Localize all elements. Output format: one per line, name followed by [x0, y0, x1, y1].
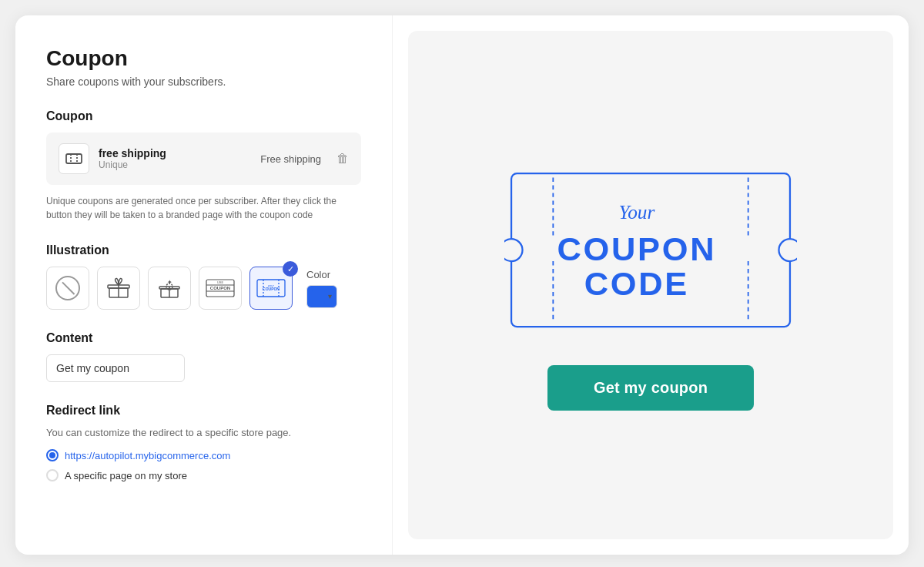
coupon-ticket-illustration: Your COUPON CODE: [504, 159, 797, 341]
radio-option-autopilot[interactable]: https://autopilot.mybigcommerce.com: [46, 449, 361, 461]
illustration-section-label: Illustration: [46, 243, 361, 257]
radio-option-specific[interactable]: A specific page on my store: [46, 469, 361, 481]
color-swatch: [312, 290, 325, 304]
redirect-section-label: Redirect link: [46, 404, 361, 418]
page-subtitle: Share coupons with your subscribers.: [46, 75, 361, 88]
coupon-info: free shipping Unique: [99, 147, 251, 170]
coupon-section-label: Coupon: [46, 109, 361, 123]
present-icon: ✦: [156, 274, 183, 302]
radio-label-autopilot: https://autopilot.mybigcommerce.com: [65, 450, 230, 461]
svg-text:✦: ✦: [167, 279, 172, 286]
svg-text:COUPON: COUPON: [210, 286, 230, 290]
illustration-option-ticket-blue[interactable]: ✓ COUPON your: [249, 267, 293, 310]
svg-text:USE: USE: [217, 280, 224, 284]
coupon-visual: Your COUPON CODE Get my coupon: [466, 159, 835, 411]
ticket-blue-icon: COUPON your: [256, 277, 286, 299]
svg-text:your: your: [267, 284, 274, 287]
svg-point-22: [504, 239, 523, 261]
radio-circle-specific: [46, 469, 59, 481]
page-title: Coupon: [46, 46, 361, 71]
svg-text:Your: Your: [618, 201, 654, 223]
redirect-subtitle: You can customize the redirect to a spec…: [46, 427, 361, 438]
right-panel: Your COUPON CODE Get my coupon: [408, 31, 893, 539]
get-coupon-button[interactable]: Get my coupon: [547, 365, 754, 411]
color-swatch-button[interactable]: ▾: [306, 285, 337, 308]
check-badge: ✓: [283, 261, 298, 277]
color-selector: Color ▾: [306, 269, 337, 308]
trash-icon[interactable]: 🗑: [336, 152, 349, 166]
page-container: Coupon Share coupons with your subscribe…: [15, 15, 909, 555]
content-section-label: Content: [46, 331, 361, 345]
content-section: Content: [46, 331, 361, 382]
illustration-option-present[interactable]: ✦: [148, 267, 191, 310]
content-input[interactable]: [46, 354, 185, 382]
coupon-type: Unique: [99, 159, 251, 170]
ticket-text-icon: COUPON USE: [205, 277, 236, 300]
radio-circle-autopilot: [46, 449, 59, 461]
redirect-section: Redirect link You can customize the redi…: [46, 404, 361, 481]
coupon-name: free shipping: [99, 147, 251, 159]
svg-text:CODE: CODE: [584, 265, 689, 302]
svg-rect-0: [66, 154, 82, 163]
gift-icon: [105, 274, 132, 302]
coupon-card: free shipping Unique Free shipping 🗑: [46, 133, 361, 185]
no-icon: [55, 276, 80, 300]
left-panel: Coupon Share coupons with your subscribe…: [15, 15, 393, 555]
coupon-note: Unique coupons are generated once per su…: [46, 194, 361, 222]
radio-label-specific: A specific page on my store: [65, 470, 187, 481]
coupon-icon: [59, 143, 89, 174]
illustration-option-ticket-text[interactable]: COUPON USE: [199, 267, 242, 310]
illustration-option-none[interactable]: [46, 267, 89, 310]
svg-text:COUPON: COUPON: [557, 230, 716, 267]
illustration-option-gift[interactable]: [97, 267, 140, 310]
coupon-badge: Free shipping: [260, 153, 321, 165]
illustration-grid: ✦ COUPON USE ✓ C: [46, 267, 361, 310]
color-label: Color: [306, 269, 337, 280]
svg-point-23: [778, 239, 797, 261]
chevron-down-icon: ▾: [328, 292, 332, 300]
